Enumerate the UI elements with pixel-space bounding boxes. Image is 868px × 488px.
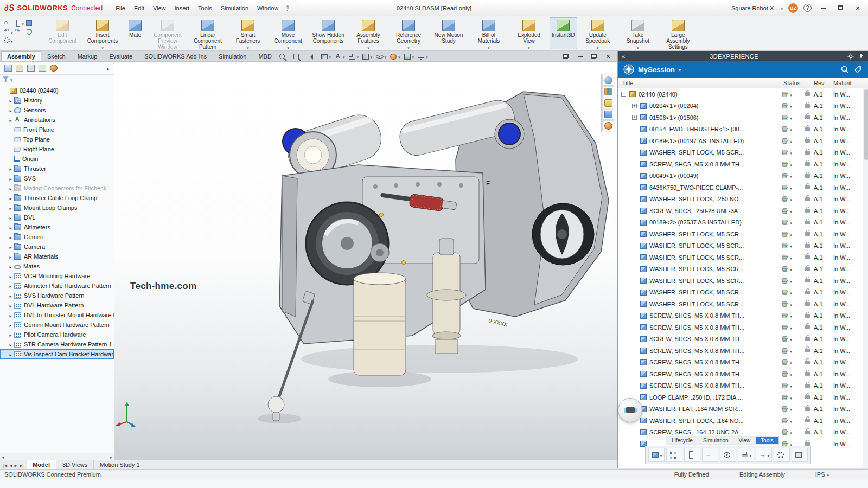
- menu-item[interactable]: Insert: [170, 3, 194, 13]
- chevron-down-icon[interactable]: [10, 76, 12, 82]
- tree-horizontal-scrollbar[interactable]: [0, 453, 114, 460]
- maximize-button[interactable]: [834, 3, 846, 13]
- column-maturity[interactable]: Maturit: [833, 80, 863, 86]
- scrollbar[interactable]: [863, 88, 868, 468]
- expand-arrow-icon[interactable]: [8, 175, 14, 182]
- chevron-down-icon[interactable]: [790, 429, 792, 435]
- tree-item[interactable]: Annotations: [0, 115, 114, 125]
- expand-arrow-icon[interactable]: [8, 195, 14, 201]
- chevron-down-icon[interactable]: [790, 278, 792, 284]
- expand-arrow-icon[interactable]: [8, 214, 14, 221]
- table-row[interactable]: WASHER, SPLIT LOCK, M5 SCR... A.1 In W..…: [618, 147, 868, 159]
- chevron-down-icon[interactable]: [790, 289, 792, 296]
- expander-icon[interactable]: [632, 104, 637, 108]
- table-row[interactable]: 00189<1> (00197-AS_INSTALLED) A.1 In W..…: [618, 135, 868, 147]
- ribbon-button[interactable]: Linear Component Pattern: [188, 17, 227, 49]
- expand-arrow-icon[interactable]: [8, 263, 14, 269]
- panel-tool-button[interactable]: [684, 448, 700, 462]
- expand-arrow-icon[interactable]: [8, 302, 14, 309]
- table-row[interactable]: WASHER, FLAT, .164 NOM SCR... A.1 In W..…: [618, 403, 868, 415]
- filter-funnel-icon[interactable]: [3, 76, 9, 82]
- tree-item[interactable]: DVL: [0, 213, 114, 222]
- tree-item[interactable]: VCH Mounting Hardware: [0, 271, 114, 281]
- quick-access-button[interactable]: [15, 28, 24, 35]
- expand-arrow-icon[interactable]: [8, 243, 14, 250]
- assistant-widget[interactable]: [618, 398, 642, 422]
- tabs-next-icon[interactable]: [15, 461, 17, 468]
- panel-tool-button[interactable]: [792, 448, 808, 462]
- table-row[interactable]: SCREW, SHCS, .250-28 UNF-3A ... A.1 In W…: [618, 205, 868, 217]
- tree-item[interactable]: Thruster Cable Loop Clamp: [0, 193, 114, 203]
- tree-item[interactable]: Sensors: [0, 105, 114, 115]
- ribbon-button[interactable]: Exploded View: [509, 17, 548, 49]
- menu-item[interactable]: Window: [253, 3, 283, 13]
- chevron-down-icon[interactable]: [790, 126, 792, 132]
- scroll-left-icon[interactable]: [2, 453, 4, 460]
- ribbon-button[interactable]: Assembly Features: [349, 17, 388, 49]
- chevron-down-icon[interactable]: [790, 254, 792, 261]
- table-row[interactable]: 00049<1> (00049) A.1 In W...: [618, 170, 868, 182]
- tree-item[interactable]: Mates: [0, 261, 114, 271]
- hud-button[interactable]: [320, 53, 332, 61]
- chevron-down-icon[interactable]: [790, 219, 792, 226]
- tree-item[interactable]: Altimeter Plate Hardware Pattern: [0, 281, 114, 291]
- table-row[interactable]: 00154_FWD_THRUSTER<1> (00... A.1 In W...: [618, 124, 868, 136]
- expand-arrow-icon[interactable]: [8, 282, 14, 289]
- menu-item[interactable]: File: [111, 3, 130, 13]
- expand-arrow-icon[interactable]: [8, 341, 14, 348]
- expander-icon[interactable]: [621, 92, 626, 97]
- chevron-down-icon[interactable]: [790, 149, 792, 156]
- document-tab[interactable]: 3D Views: [56, 460, 94, 469]
- chevron-down-icon[interactable]: [790, 382, 792, 389]
- table-row[interactable]: WASHER, SPLIT LOCK, M5 SCR... A.1 In W..…: [618, 275, 868, 287]
- table-row[interactable]: WASHER, SPLIT LOCK, M5 SCR... A.1 In W..…: [618, 228, 868, 240]
- dimxpert-manager-tab-icon[interactable]: [39, 65, 46, 72]
- close-button[interactable]: [852, 3, 864, 13]
- table-row[interactable]: 01506<1> (01506) A.1 In W...: [618, 112, 868, 124]
- column-title[interactable]: Title: [618, 80, 783, 86]
- hud-button[interactable]: [333, 53, 346, 61]
- chevron-down-icon[interactable]: [790, 371, 792, 377]
- table-row[interactable]: SCREW, SHCS, M5 X 0.8 MM TH... A.1 In W.…: [618, 345, 868, 357]
- expand-arrow-icon[interactable]: [8, 185, 14, 191]
- expand-arrow-icon[interactable]: [8, 97, 14, 104]
- tree-item[interactable]: Origin: [0, 154, 114, 164]
- hud-button[interactable]: [388, 53, 401, 61]
- task-pane-button[interactable]: [602, 86, 614, 97]
- tree-item[interactable]: Front Plane: [0, 125, 114, 134]
- ribbon-button[interactable]: Edit Component: [43, 17, 82, 49]
- panel-tool-button[interactable]: [738, 448, 754, 462]
- panel-tab[interactable]: Lifecycle: [667, 437, 698, 444]
- expand-arrow-icon[interactable]: [8, 312, 14, 318]
- units-selector[interactable]: IPS: [815, 471, 829, 478]
- table-row[interactable]: WASHER, SPLIT LOCK, M5 SCR... A.1 In W..…: [618, 264, 868, 275]
- tree-item[interactable]: AR Materials: [0, 252, 114, 261]
- command-tab[interactable]: MBD: [252, 51, 277, 61]
- chevron-down-icon[interactable]: [790, 91, 792, 98]
- ribbon-button[interactable]: Bill of Materials: [469, 17, 508, 49]
- table-row[interactable]: 6436K750_TWO-PIECE CLAMP-... A.1 In W...: [618, 182, 868, 194]
- ribbon-button[interactable]: Insert Components: [83, 17, 122, 49]
- command-tab[interactable]: Markup: [72, 51, 104, 61]
- panel-tool-button[interactable]: [756, 448, 772, 462]
- chevron-down-icon[interactable]: [790, 138, 792, 144]
- chevron-down-icon[interactable]: [790, 161, 792, 168]
- gear-icon[interactable]: [847, 53, 854, 60]
- property-manager-tab-icon[interactable]: [16, 65, 23, 72]
- command-tab[interactable]: Assembly: [1, 51, 41, 61]
- chevron-down-icon[interactable]: [790, 172, 792, 179]
- user-avatar[interactable]: BZ: [788, 3, 798, 13]
- tree-item[interactable]: History: [0, 95, 114, 105]
- expander-icon[interactable]: [632, 115, 637, 120]
- quick-access-button[interactable]: [15, 20, 24, 27]
- menu-item[interactable]: Edit: [130, 3, 149, 13]
- panel-tab[interactable]: View: [734, 437, 756, 444]
- hud-button[interactable]: [278, 53, 290, 61]
- column-status[interactable]: Status: [783, 80, 814, 86]
- expand-panel-arrow-icon[interactable]: [107, 65, 110, 72]
- ribbon-button[interactable]: Component Preview Window: [148, 17, 187, 49]
- tree-item[interactable]: Altimeters: [0, 222, 114, 232]
- panel-tool-button[interactable]: [720, 448, 736, 462]
- table-row[interactable]: SCREW, SHCS, M5 X 0.8 MM TH... A.1 In W.…: [618, 357, 868, 369]
- configuration-manager-tab-icon[interactable]: [27, 65, 35, 72]
